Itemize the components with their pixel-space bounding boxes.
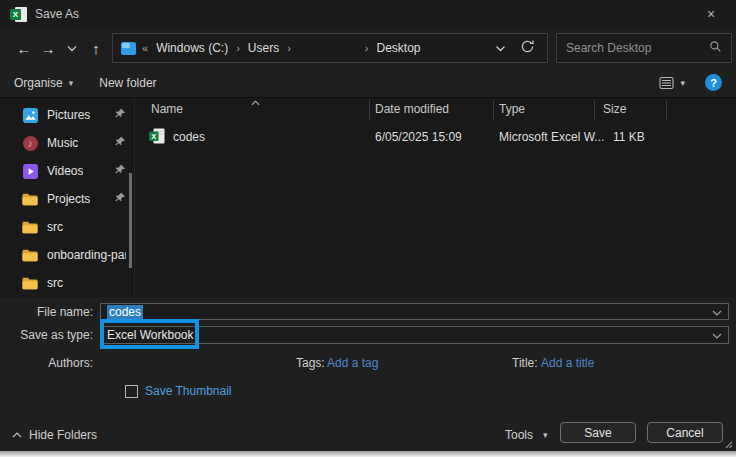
dropdown-caret-icon: ▾ bbox=[543, 430, 548, 440]
chevron-up-icon bbox=[12, 432, 22, 438]
breadcrumb-segment-users[interactable]: Users bbox=[246, 41, 281, 55]
save-button[interactable]: Save bbox=[560, 422, 636, 443]
save-as-type-select[interactable]: Excel Workbook bbox=[100, 326, 729, 344]
recent-locations-chevron[interactable] bbox=[60, 36, 84, 60]
sort-ascending-icon bbox=[251, 95, 260, 109]
breadcrumb-segment-redacted[interactable] bbox=[297, 40, 359, 56]
column-header-size[interactable]: Size bbox=[603, 102, 626, 120]
save-as-type-value: Excel Workbook bbox=[107, 328, 193, 342]
sidebar-item-onboarding[interactable]: onboarding-par bbox=[0, 241, 134, 269]
screen-edge bbox=[0, 451, 736, 457]
column-header-name[interactable]: Name bbox=[151, 102, 183, 120]
column-resize-handle[interactable] bbox=[666, 100, 667, 120]
save-as-dialog-screen: X Save As × ← → ↑ « Windows (C:) › Users… bbox=[0, 0, 736, 457]
folder-icon bbox=[22, 247, 38, 263]
file-name-label: File name: bbox=[0, 305, 100, 319]
file-name-cell: codes bbox=[173, 130, 205, 144]
pin-icon[interactable] bbox=[114, 164, 126, 179]
folder-icon bbox=[22, 191, 38, 207]
sidebar: Pictures ♪ Music bbox=[0, 98, 134, 297]
save-thumbnail-label[interactable]: Save Thumbnail bbox=[145, 384, 232, 398]
column-header-type[interactable]: Type bbox=[499, 102, 525, 120]
breadcrumb-separator: › bbox=[287, 42, 291, 54]
chevron-down-icon bbox=[67, 45, 77, 52]
dropdown-caret-icon: ▾ bbox=[69, 78, 74, 88]
form-area: File name: codes Save as type: Excel Wor… bbox=[0, 297, 736, 420]
svg-text:X: X bbox=[151, 132, 156, 141]
list-view-icon bbox=[658, 75, 675, 91]
new-folder-button[interactable]: New folder bbox=[99, 76, 156, 90]
folder-icon bbox=[22, 219, 38, 235]
column-resize-handle[interactable] bbox=[594, 100, 595, 120]
chevron-down-icon bbox=[495, 45, 506, 52]
search-placeholder: Search Desktop bbox=[566, 41, 651, 55]
chevron-down-icon[interactable] bbox=[712, 328, 722, 342]
pin-icon[interactable] bbox=[114, 136, 126, 151]
hide-folders-button[interactable]: Hide Folders bbox=[12, 428, 97, 442]
column-header-date-modified[interactable]: Date modified bbox=[375, 102, 449, 120]
chevron-down-icon[interactable] bbox=[712, 305, 722, 319]
window-title: Save As bbox=[35, 7, 79, 21]
navigation-bar: ← → ↑ « Windows (C:) › Users › › Desktop bbox=[0, 28, 736, 68]
back-button[interactable]: ← bbox=[12, 36, 36, 60]
sidebar-item-pictures[interactable]: Pictures bbox=[0, 101, 134, 129]
sidebar-scrollbar[interactable] bbox=[129, 173, 132, 268]
column-resize-handle[interactable] bbox=[493, 100, 494, 120]
command-toolbar: Organise ▾ New folder ▾ ? bbox=[0, 68, 736, 98]
help-icon[interactable]: ? bbox=[705, 74, 722, 91]
pin-icon[interactable] bbox=[114, 108, 126, 123]
view-options-button[interactable]: ▾ bbox=[658, 75, 685, 91]
file-size-cell: 11 KB bbox=[613, 130, 645, 144]
cancel-button[interactable]: Cancel bbox=[647, 422, 723, 443]
save-as-dialog: X Save As × ← → ↑ « Windows (C:) › Users… bbox=[0, 0, 736, 451]
music-icon: ♪ bbox=[22, 135, 38, 151]
breadcrumb-overflow-icon[interactable]: « bbox=[142, 42, 148, 54]
sidebar-item-projects[interactable]: Projects bbox=[0, 185, 134, 213]
sidebar-item-src-2[interactable]: src bbox=[0, 269, 134, 297]
close-icon[interactable]: × bbox=[696, 2, 726, 26]
pin-icon[interactable] bbox=[114, 192, 126, 207]
file-row-codes[interactable]: X codes 6/05/2025 15:09 Microsoft Excel … bbox=[135, 124, 736, 150]
address-dropdown-chevron[interactable] bbox=[495, 41, 506, 55]
file-name-value: codes bbox=[107, 305, 143, 319]
add-tag-link[interactable]: Add a tag bbox=[327, 356, 378, 370]
search-box[interactable]: Search Desktop bbox=[556, 33, 732, 63]
sidebar-item-music[interactable]: ♪ Music bbox=[0, 129, 134, 157]
main-area: Pictures ♪ Music bbox=[0, 98, 736, 297]
footer-bar: Hide Folders Tools ▾ Save Cancel bbox=[0, 420, 736, 451]
breadcrumb-separator: › bbox=[365, 42, 369, 54]
save-as-type-label: Save as type: bbox=[0, 328, 100, 342]
breadcrumb-segment-desktop[interactable]: Desktop bbox=[375, 41, 423, 55]
breadcrumb-segment-drive[interactable]: Windows (C:) bbox=[154, 41, 230, 55]
add-title-link[interactable]: Add a title bbox=[541, 356, 594, 370]
title-label: Title: bbox=[512, 356, 538, 370]
up-button[interactable]: ↑ bbox=[84, 36, 108, 60]
resize-grip[interactable] bbox=[723, 438, 733, 452]
pictures-icon bbox=[22, 107, 38, 123]
title-bar: X Save As × bbox=[0, 0, 736, 28]
excel-app-icon: X bbox=[10, 6, 27, 23]
forward-button[interactable]: → bbox=[36, 36, 60, 60]
refresh-icon[interactable] bbox=[520, 39, 535, 57]
column-resize-handle[interactable] bbox=[369, 100, 370, 120]
sidebar-item-src[interactable]: src bbox=[0, 213, 134, 241]
sidebar-item-videos[interactable]: Videos bbox=[0, 157, 134, 185]
file-list: Name Date modified Type Size X codes 6/0… bbox=[134, 98, 736, 297]
file-name-input[interactable]: codes bbox=[100, 303, 729, 320]
organise-button[interactable]: Organise ▾ bbox=[14, 76, 73, 90]
search-icon[interactable] bbox=[709, 40, 722, 56]
excel-file-icon: X bbox=[149, 128, 165, 147]
save-thumbnail-checkbox[interactable] bbox=[125, 385, 138, 398]
file-date-cell: 6/05/2025 15:09 bbox=[375, 130, 462, 144]
folder-icon bbox=[22, 275, 38, 291]
dropdown-caret-icon: ▾ bbox=[680, 78, 685, 88]
breadcrumb-separator: › bbox=[236, 42, 240, 54]
breadcrumb: « Windows (C:) › Users › › Desktop bbox=[112, 33, 548, 63]
videos-icon bbox=[22, 163, 38, 179]
tools-button[interactable]: Tools ▾ bbox=[505, 428, 548, 442]
authors-label: Authors: bbox=[0, 356, 100, 370]
tags-label: Tags: bbox=[296, 356, 325, 370]
file-type-cell: Microsoft Excel W... bbox=[499, 130, 604, 144]
drive-icon bbox=[121, 42, 136, 55]
